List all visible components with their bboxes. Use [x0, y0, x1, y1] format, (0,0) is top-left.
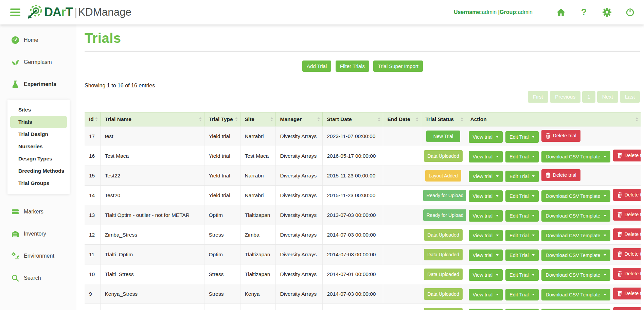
help-icon[interactable]: ? [579, 7, 589, 17]
view-trial-button[interactable]: View trial [469, 230, 503, 241]
dropdown-caret-icon[interactable] [532, 175, 535, 177]
view-trial-button[interactable]: View trial [469, 210, 503, 222]
column-header-manager[interactable]: Manager [275, 113, 322, 126]
delete-trial-button[interactable]: Delete trial [541, 169, 580, 181]
settings-icon[interactable] [602, 7, 612, 17]
dropdown-caret-icon[interactable] [496, 294, 499, 295]
edit-trial-button[interactable]: Edit Trial [505, 210, 539, 222]
column-header-site[interactable]: Site [240, 113, 275, 126]
view-trial-button[interactable]: View trial [469, 190, 503, 202]
sidebar-item-design-types[interactable]: Design Types [10, 153, 67, 165]
dropdown-caret-icon[interactable] [604, 215, 606, 217]
column-header-id[interactable]: Id [85, 113, 100, 126]
delete-trial-button[interactable]: Delete trial [613, 268, 641, 280]
download-csv-template-button[interactable]: Download CSV Template [541, 190, 610, 202]
add-trial-button[interactable]: Add Trial [302, 61, 331, 72]
delete-trial-button[interactable]: Delete trial [613, 248, 641, 260]
dropdown-caret-icon[interactable] [604, 156, 606, 157]
view-trial-button[interactable]: View trial [469, 289, 503, 300]
sidebar-item-environment[interactable]: Environment [0, 249, 76, 263]
dropdown-caret-icon[interactable] [532, 136, 535, 138]
pagination-last-button[interactable]: Last [620, 91, 640, 103]
view-trial-button[interactable]: View trial [469, 131, 503, 143]
sidebar-item-inventory[interactable]: Inventory [0, 227, 76, 241]
download-csv-template-button[interactable]: Download CSV Template [541, 309, 610, 310]
dropdown-caret-icon[interactable] [532, 294, 535, 295]
sidebar-item-search[interactable]: Search [0, 271, 76, 285]
sidebar-item-trial-design[interactable]: Trial Design [10, 128, 67, 140]
edit-trial-button[interactable]: Edit Trial [505, 190, 539, 202]
dropdown-caret-icon[interactable] [532, 254, 535, 256]
sidebar-item-home[interactable]: Home [0, 33, 76, 47]
dropdown-caret-icon[interactable] [532, 156, 535, 157]
edit-trial-button[interactable]: Edit Trial [505, 131, 539, 143]
pagination-first-button[interactable]: First [528, 91, 548, 103]
dropdown-caret-icon[interactable] [496, 254, 499, 256]
sidebar-item-markers[interactable]: Markers [0, 205, 76, 219]
trial-super-import-button[interactable]: Trial Super Import [373, 61, 423, 72]
dropdown-caret-icon[interactable] [532, 235, 535, 236]
view-trial-button[interactable]: View trial [469, 249, 503, 261]
edit-trial-button[interactable]: Edit Trial [505, 151, 539, 162]
download-csv-template-button[interactable]: Download CSV Template [541, 289, 610, 300]
edit-trial-button[interactable]: Edit Trial [505, 249, 539, 261]
dropdown-caret-icon[interactable] [496, 215, 499, 217]
dropdown-caret-icon[interactable] [532, 215, 535, 217]
delete-trial-button[interactable]: Delete trial [541, 130, 580, 142]
delete-trial-button[interactable]: Delete trial [613, 228, 641, 240]
edit-trial-button[interactable]: Edit Trial [505, 289, 539, 300]
column-header-start-date[interactable]: Start Date [322, 113, 383, 126]
dropdown-caret-icon[interactable] [532, 195, 535, 197]
view-trial-button[interactable]: View trial [469, 151, 503, 162]
edit-trial-button[interactable]: Edit Trial [505, 230, 539, 241]
dropdown-caret-icon[interactable] [496, 274, 499, 276]
app-logo[interactable]: DArT | KDManage [27, 4, 131, 21]
sidebar-item-germplasm[interactable]: Germplasm [0, 55, 76, 69]
dropdown-caret-icon[interactable] [604, 195, 606, 197]
sidebar-item-sites[interactable]: Sites [10, 104, 67, 116]
dropdown-caret-icon[interactable] [496, 235, 499, 236]
view-trial-button[interactable]: View trial [469, 171, 503, 182]
home-icon[interactable] [556, 7, 566, 17]
download-csv-template-button[interactable]: Download CSV Template [541, 230, 610, 241]
view-trial-button[interactable]: View trial [469, 309, 503, 310]
column-header-end-date[interactable]: End Date [383, 113, 421, 126]
delete-trial-button[interactable]: Delete trial [613, 209, 641, 221]
download-csv-template-button[interactable]: Download CSV Template [541, 210, 610, 222]
download-csv-template-button[interactable]: Download CSV Template [541, 151, 610, 162]
delete-trial-button[interactable]: Delete trial [613, 307, 641, 310]
delete-trial-button[interactable]: Delete trial [613, 288, 641, 299]
column-header-action[interactable]: Action [466, 113, 641, 126]
sidebar-item-trials[interactable]: Trials [10, 116, 67, 128]
download-csv-template-button[interactable]: Download CSV Template [541, 249, 610, 261]
dropdown-caret-icon[interactable] [496, 195, 499, 197]
dropdown-caret-icon[interactable] [496, 175, 499, 177]
sidebar-item-breeding-methods[interactable]: Breeding Methods [10, 165, 67, 177]
power-icon[interactable] [625, 7, 635, 17]
dropdown-caret-icon[interactable] [604, 294, 606, 295]
edit-trial-button[interactable]: Edit Trial [505, 309, 539, 310]
pagination-page-1-button[interactable]: 1 [582, 91, 595, 103]
column-header-trial-name[interactable]: Trial Name [100, 113, 204, 126]
view-trial-button[interactable]: View trial [469, 269, 503, 281]
pagination-previous-button[interactable]: Previous [550, 91, 580, 103]
edit-trial-button[interactable]: Edit Trial [505, 171, 539, 182]
sidebar-item-nurseries[interactable]: Nurseries [10, 140, 67, 153]
dropdown-caret-icon[interactable] [604, 254, 606, 256]
dropdown-caret-icon[interactable] [604, 274, 606, 276]
edit-trial-button[interactable]: Edit Trial [505, 269, 539, 281]
dropdown-caret-icon[interactable] [496, 136, 499, 138]
dropdown-caret-icon[interactable] [496, 156, 499, 157]
column-header-trial-type[interactable]: Trial Type [204, 113, 240, 126]
dropdown-caret-icon[interactable] [604, 235, 606, 236]
sidebar-item-trial-groups[interactable]: Trial Groups [10, 177, 67, 189]
column-header-trial-status[interactable]: Trial Status [421, 113, 466, 126]
pagination-next-button[interactable]: Next [597, 91, 618, 103]
delete-trial-button[interactable]: Delete trial [613, 189, 641, 201]
filter-trials-button[interactable]: Filter Trials [336, 61, 369, 72]
menu-hamburger-icon[interactable] [10, 8, 20, 16]
sidebar-item-experiments[interactable]: Experiments [0, 78, 76, 91]
delete-trial-button[interactable]: Delete trial [613, 150, 641, 161]
download-csv-template-button[interactable]: Download CSV Template [541, 269, 610, 281]
dropdown-caret-icon[interactable] [532, 274, 535, 276]
